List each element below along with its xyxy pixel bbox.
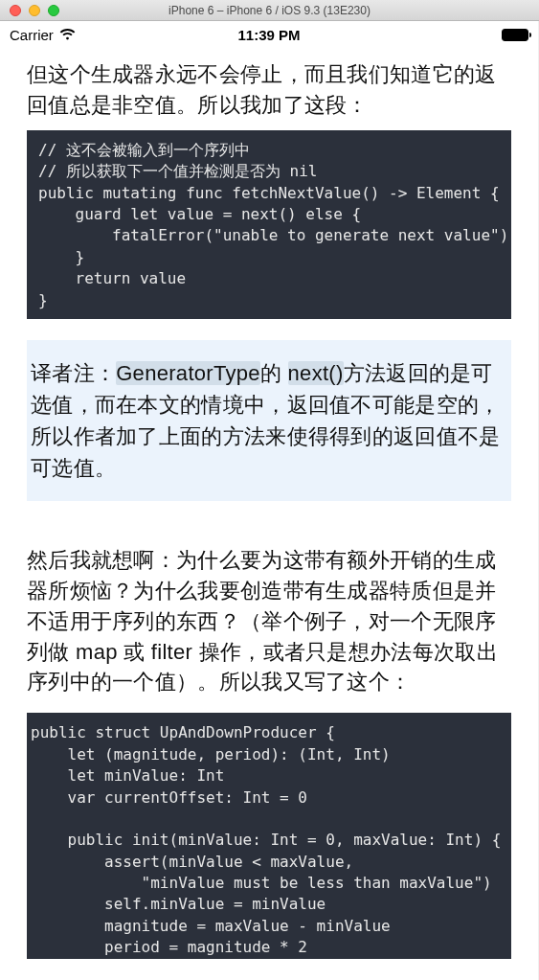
window-minimize-button[interactable] (29, 5, 40, 16)
ios-status-bar: Carrier 11:39 PM (0, 21, 538, 48)
paragraph: 但这个生成器永远不会停止，而且我们知道它的返回值总是非空值。所以我加了这段： (0, 48, 538, 130)
status-bar-left: Carrier (10, 27, 76, 43)
battery-fill (503, 30, 528, 40)
simulator-screen: Carrier 11:39 PM 但这个生成器永远不会停止，而且我们知道它的返回… (0, 21, 538, 980)
wifi-icon (59, 29, 76, 41)
code-block: public struct UpAndDownProducer { let (m… (27, 713, 511, 958)
note-label: 译者注： (31, 361, 116, 385)
inline-code: GeneratorType (116, 361, 260, 385)
code-block: // 这不会被输入到一个序列中 // 所以获取下一个值并检测是否为 nil pu… (27, 130, 511, 319)
status-bar-right (502, 29, 528, 41)
inline-code: next() (288, 361, 344, 385)
window-title: iPhone 6 – iPhone 6 / iOS 9.3 (13E230) (0, 4, 539, 17)
note-text: 的 (260, 361, 288, 385)
spacer (0, 518, 538, 545)
paragraph: 然后我就想啊：为什么要为这带有额外开销的生成器所烦恼？为什么我要创造带有生成器特… (0, 545, 538, 707)
window-close-button[interactable] (10, 5, 21, 16)
simulator-window-bar: iPhone 6 – iPhone 6 / iOS 9.3 (13E230) (0, 0, 539, 21)
window-zoom-button[interactable] (48, 5, 59, 16)
window-traffic-lights (0, 5, 59, 16)
battery-icon (502, 29, 528, 41)
translator-note: 译者注：GeneratorType的 next()方法返回的是可选值，而在本文的… (27, 340, 511, 501)
status-bar-time: 11:39 PM (0, 27, 538, 43)
article-scroll-view[interactable]: 但这个生成器永远不会停止，而且我们知道它的返回值总是非空值。所以我加了这段： /… (0, 48, 538, 980)
carrier-label: Carrier (10, 27, 54, 43)
